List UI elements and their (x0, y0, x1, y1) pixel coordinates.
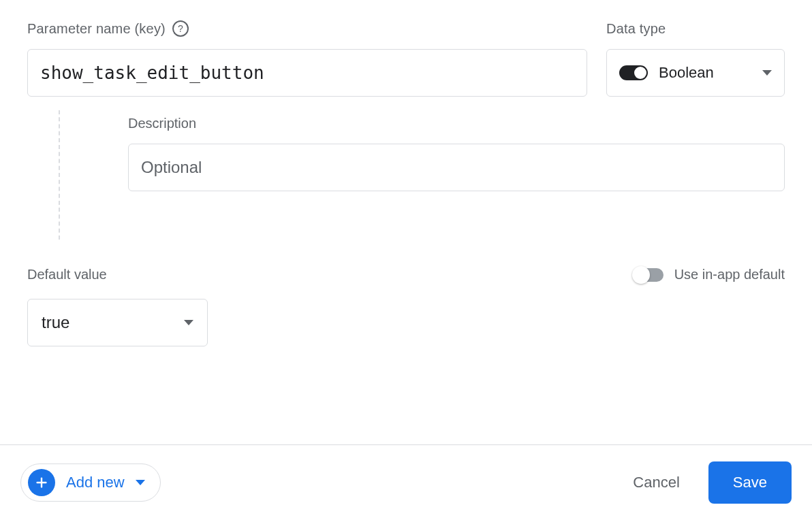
footer-bar: Add new Cancel Save (0, 444, 812, 520)
save-button[interactable]: Save (708, 461, 792, 504)
data-type-select[interactable]: Boolean (606, 49, 785, 97)
use-in-app-default-toggle[interactable]: Use in-app default (634, 267, 785, 282)
default-value-select[interactable]: true (27, 299, 208, 346)
default-value-text: true (42, 313, 69, 332)
description-label: Description (128, 116, 785, 131)
add-new-button[interactable]: Add new (20, 464, 161, 502)
data-type-value: Boolean (659, 64, 751, 82)
switch-off-icon (634, 268, 663, 282)
parameter-name-input[interactable] (27, 49, 587, 97)
chevron-down-icon (136, 480, 145, 485)
use-in-app-default-label: Use in-app default (674, 267, 785, 282)
cancel-button[interactable]: Cancel (615, 464, 697, 501)
description-input[interactable] (128, 144, 785, 191)
parameter-name-label: Parameter name (key) (27, 21, 166, 37)
default-value-label: Default value (27, 267, 107, 282)
boolean-toggle-icon (619, 65, 648, 80)
help-icon[interactable]: ? (172, 20, 189, 37)
add-new-label: Add new (66, 474, 125, 491)
chevron-down-icon (762, 70, 772, 76)
chevron-down-icon (184, 320, 193, 325)
data-type-label: Data type (606, 21, 666, 37)
tree-connector (59, 110, 90, 240)
plus-icon (28, 469, 55, 496)
